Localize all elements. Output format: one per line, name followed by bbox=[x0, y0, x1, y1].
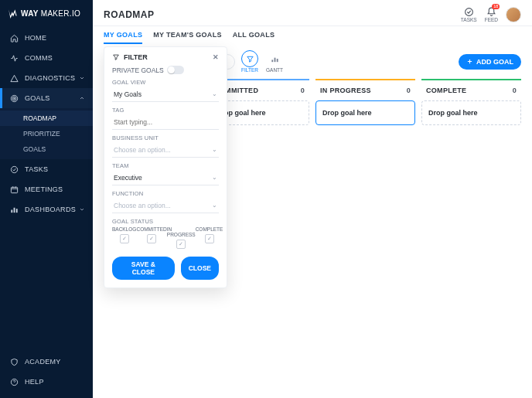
column-count: 0 bbox=[407, 87, 411, 94]
gantt-icon bbox=[266, 50, 283, 67]
save-close-button[interactable]: SAVE & CLOSE bbox=[112, 257, 175, 280]
svg-rect-12 bbox=[274, 57, 275, 62]
tab-my-goals[interactable]: MY GOALS bbox=[104, 31, 142, 44]
calendar-icon bbox=[9, 185, 19, 194]
function-select[interactable]: Choose an option... ⌄ bbox=[112, 199, 219, 213]
main-content: ROADMAP TASKS 18 FEED MY GOALS MY TEAM'S bbox=[93, 0, 532, 398]
brand-prefix: WAY bbox=[21, 9, 39, 18]
business-unit-select[interactable]: Choose an option... ⌄ bbox=[112, 143, 219, 158]
sidebar-item-comms[interactable]: COMMS bbox=[0, 48, 93, 68]
status-checkbox-committed[interactable]: ✓ bbox=[147, 234, 156, 243]
close-button[interactable]: CLOSE bbox=[181, 257, 219, 280]
topbar: ROADMAP TASKS 18 FEED bbox=[93, 0, 532, 26]
svg-rect-7 bbox=[15, 209, 17, 213]
topbar-tasks[interactable]: TASKS bbox=[461, 6, 477, 22]
sidebar-item-label: DASHBOARDS bbox=[25, 206, 79, 213]
chevron-down-icon bbox=[79, 75, 85, 81]
filter-title: FILTER bbox=[124, 53, 148, 61]
status-option: IN PROGRESS bbox=[167, 226, 196, 237]
sidebar-sub-prioritize[interactable]: PRIORITIZE bbox=[0, 126, 93, 141]
svg-rect-5 bbox=[11, 209, 12, 213]
activity-icon bbox=[9, 53, 19, 63]
sidebar-item-label: TASKS bbox=[25, 165, 85, 173]
svg-rect-13 bbox=[276, 59, 278, 62]
topbar-feed-label: FEED bbox=[485, 17, 498, 22]
sidebar-item-goals[interactable]: GOALS bbox=[0, 88, 93, 108]
svg-point-9 bbox=[465, 8, 472, 15]
chevron-up-icon bbox=[79, 95, 85, 101]
tag-label: TAG bbox=[112, 107, 219, 114]
plus-icon bbox=[466, 58, 473, 65]
status-option: BACKLOG bbox=[112, 226, 136, 232]
check-circle-icon bbox=[463, 6, 474, 17]
private-goals-toggle[interactable] bbox=[167, 66, 184, 74]
sidebar-bottom: ACADEMY HELP bbox=[0, 352, 93, 398]
sidebar-item-dashboards[interactable]: DASHBOARDS bbox=[0, 199, 93, 219]
team-select[interactable]: Executive ⌄ bbox=[112, 171, 219, 185]
topbar-tasks-label: TASKS bbox=[461, 17, 477, 22]
add-goal-button[interactable]: ADD GOAL bbox=[459, 54, 521, 70]
sidebar-item-label: HELP bbox=[25, 378, 85, 386]
target-icon bbox=[9, 94, 19, 103]
shield-icon bbox=[9, 357, 19, 366]
waymaker-icon bbox=[8, 8, 19, 19]
status-checkbox-backlog[interactable]: ✓ bbox=[120, 234, 129, 243]
goal-view-value: My Goals bbox=[112, 87, 219, 102]
sidebar-item-meetings[interactable]: MEETINGS bbox=[0, 179, 93, 199]
sidebar-subnav-goals: ROADMAP PRIORITIZE GOALS bbox=[0, 108, 93, 159]
status-checkbox-inprogress[interactable]: ✓ bbox=[176, 240, 186, 249]
svg-rect-4 bbox=[11, 187, 17, 192]
drop-zone-complete[interactable]: Drop goal here bbox=[421, 100, 521, 125]
tag-input[interactable] bbox=[112, 115, 219, 130]
sidebar-item-academy[interactable]: ACADEMY bbox=[0, 352, 93, 372]
svg-point-2 bbox=[13, 97, 14, 98]
help-icon bbox=[9, 377, 19, 386]
column-count: 0 bbox=[513, 87, 517, 94]
sidebar-sub-roadmap[interactable]: ROADMAP bbox=[0, 111, 93, 126]
tabs: MY GOALS MY TEAM'S GOALS ALL GOALS bbox=[93, 26, 532, 44]
function-value: Choose an option... bbox=[112, 199, 219, 213]
gantt-button[interactable]: GANTT bbox=[264, 50, 285, 73]
column-label: IN PROGRESS bbox=[320, 87, 371, 94]
filter-label: FILTER bbox=[241, 67, 258, 73]
status-option: COMPLETE bbox=[196, 226, 223, 232]
filter-icon bbox=[241, 50, 258, 67]
sidebar-nav: HOME COMMS DIAGNOSTICS GOALS ROADMAP PRI… bbox=[0, 28, 93, 352]
tab-team-goals[interactable]: MY TEAM'S GOALS bbox=[153, 31, 221, 44]
sidebar-item-help[interactable]: HELP bbox=[0, 372, 93, 392]
column-inprogress: IN PROGRESS0 Drop goal here bbox=[315, 79, 415, 125]
page-title: ROADMAP bbox=[104, 9, 155, 20]
tab-all-goals[interactable]: ALL GOALS bbox=[233, 31, 275, 44]
business-unit-value: Choose an option... bbox=[112, 143, 219, 158]
filter-popover: FILTER ✕ PRIVATE GOALS GOAL VIEW My Goal… bbox=[104, 46, 227, 288]
avatar[interactable] bbox=[506, 7, 521, 22]
status-checkbox-complete[interactable]: ✓ bbox=[205, 234, 214, 243]
drop-zone-inprogress[interactable]: Drop goal here bbox=[315, 100, 415, 125]
close-icon[interactable]: ✕ bbox=[213, 53, 219, 61]
filter-icon bbox=[112, 53, 120, 61]
function-label: FUNCTION bbox=[112, 190, 219, 197]
sidebar-item-home[interactable]: HOME bbox=[0, 28, 93, 48]
sidebar-item-label: DIAGNOSTICS bbox=[25, 74, 79, 82]
svg-rect-11 bbox=[271, 60, 273, 62]
filter-button[interactable]: FILTER bbox=[240, 50, 260, 73]
business-unit-label: BUSINESS UNIT bbox=[112, 134, 219, 141]
goal-view-label: GOAL VIEW bbox=[112, 79, 219, 86]
sidebar-item-tasks[interactable]: TASKS bbox=[0, 159, 93, 179]
svg-point-3 bbox=[11, 166, 17, 172]
topbar-feed[interactable]: 18 FEED bbox=[485, 6, 498, 22]
sidebar-item-label: HOME bbox=[25, 34, 85, 42]
team-label: TEAM bbox=[112, 162, 219, 169]
column-count: 0 bbox=[301, 87, 305, 94]
bell-icon: 18 bbox=[486, 6, 496, 17]
goal-view-select[interactable]: My Goals ⌄ bbox=[112, 87, 219, 102]
sidebar-sub-goals[interactable]: GOALS bbox=[0, 141, 93, 157]
svg-rect-6 bbox=[13, 207, 15, 212]
brand-logo[interactable]: WAYMAKER.IO bbox=[0, 0, 93, 28]
check-icon bbox=[9, 165, 19, 174]
sidebar-item-diagnostics[interactable]: DIAGNOSTICS bbox=[0, 68, 93, 88]
column-complete: COMPLETE0 Drop goal here bbox=[421, 79, 521, 125]
brand-rest: MAKER.IO bbox=[41, 9, 80, 18]
warning-icon bbox=[9, 73, 19, 83]
sidebar-item-label: COMMS bbox=[25, 54, 85, 62]
